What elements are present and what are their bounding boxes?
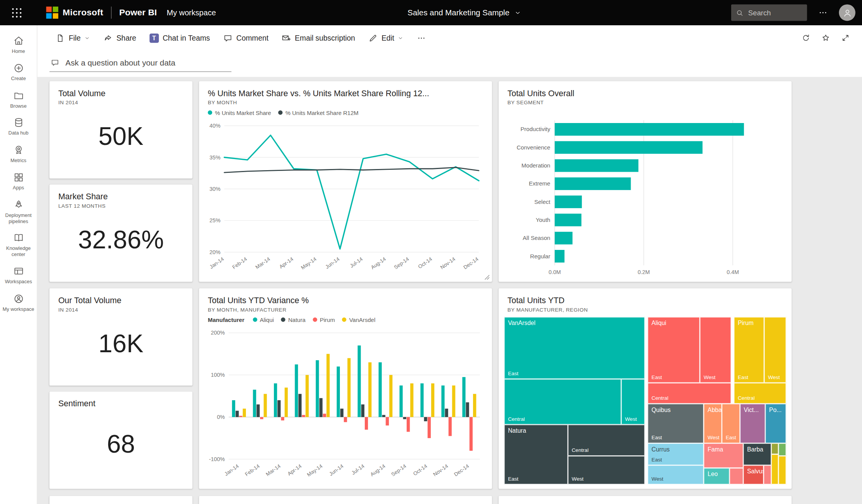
chart-legend: Manufacturer AliquiNaturaPirumVanArsdel xyxy=(208,316,376,323)
treemap-node-barba[interactable]: Barba xyxy=(743,443,771,465)
avatar[interactable] xyxy=(839,4,855,21)
treemap-node[interactable]: Central xyxy=(734,383,786,404)
search-box[interactable] xyxy=(731,4,807,21)
tile-resize-handle[interactable] xyxy=(485,275,490,280)
legend-item[interactable]: VanArsdel xyxy=(342,316,376,323)
tile-subtitle: BY SEGMENT xyxy=(508,99,783,105)
treemap-node[interactable] xyxy=(771,454,778,484)
treemap-region-label: East xyxy=(651,374,662,380)
product-name[interactable]: Power BI xyxy=(119,8,157,18)
search-input[interactable] xyxy=(747,8,803,17)
treemap-region-label: West xyxy=(708,434,720,440)
toolbar-edit-button[interactable]: Edit xyxy=(362,30,410,46)
tile-subtitle: BY MONTH, MANUFACTURER xyxy=(208,307,483,313)
treemap-node[interactable] xyxy=(778,456,786,484)
treemap-node-leo[interactable]: Leo xyxy=(704,468,730,484)
treemap-node-natura[interactable]: NaturaEast xyxy=(504,425,568,484)
legend-item[interactable]: Natura xyxy=(281,316,306,323)
expand-icon xyxy=(841,33,850,42)
topbar: Microsoft Power BI My workspace Sales an… xyxy=(0,0,862,25)
treemap-manufacturer-label: Pirum xyxy=(738,320,753,326)
tile-total-volume[interactable]: Total Volume IN 2014 50K xyxy=(49,81,193,179)
tile-our-total-volume[interactable]: Our Total Volume IN 2014 16K xyxy=(49,288,193,386)
treemap-node-pirum[interactable]: PirumEast xyxy=(734,317,764,383)
treemap-node[interactable] xyxy=(771,443,778,454)
sidebar-item-apps[interactable]: Apps xyxy=(1,167,36,195)
sidebar-item-my-workspace[interactable]: My workspace xyxy=(1,289,36,316)
legend-item[interactable]: Pirum xyxy=(313,316,335,323)
tile-title: Total Units Overall xyxy=(508,89,783,98)
treemap-manufacturer-label: Po... xyxy=(769,406,781,413)
sidebar-item-deployment-pipelines[interactable]: Deployment pipelines xyxy=(1,195,36,228)
dashboard-title-dropdown[interactable]: Sales and Marketing Sample xyxy=(407,8,521,17)
tile-sentiment[interactable]: Sentiment 68 xyxy=(49,392,193,489)
sidebar-item-home[interactable]: Home xyxy=(1,31,36,58)
svg-text:May-14: May-14 xyxy=(306,463,324,478)
treemap-node[interactable]: West xyxy=(621,379,645,425)
legend-item[interactable]: Aliqui xyxy=(253,316,274,323)
tile-market-share[interactable]: Market Share LAST 12 MONTHS 32.86% xyxy=(49,185,193,282)
toolbar-comment-button[interactable]: Comment xyxy=(217,30,275,46)
tile-market-share-chart[interactable]: % Units Market Share vs. % Units Market … xyxy=(199,81,492,282)
treemap-node[interactable]: West xyxy=(700,317,731,383)
topbar-more-button[interactable] xyxy=(814,4,832,21)
qna-input[interactable] xyxy=(64,57,231,67)
treemap-node-vanarsdel[interactable]: VanArsdelEast xyxy=(504,317,645,379)
sidebar-item-knowledge-center[interactable]: Knowledge center xyxy=(1,228,36,261)
tile-ytd-variance[interactable]: Total Units YTD Variance % BY MONTH, MAN… xyxy=(199,288,492,489)
tile-units-overall[interactable]: Total Units Overall BY SEGMENT 0.0M0.2M0… xyxy=(499,81,792,282)
toolbar-file-button[interactable]: File xyxy=(49,30,96,46)
treemap-node[interactable]: Central xyxy=(504,379,621,425)
treemap-region-label: East xyxy=(651,434,662,440)
toolbar-email-subscription-button[interactable]: Email subscription xyxy=(275,30,361,46)
workspace-name[interactable]: My workspace xyxy=(167,8,216,17)
treemap-node-vict[interactable]: Vict... xyxy=(740,404,765,443)
treemap-node-currus[interactable]: CurrusEast xyxy=(648,443,704,465)
toolbar-more-button[interactable] xyxy=(411,30,432,46)
treemap-node[interactable]: West xyxy=(568,456,645,484)
treemap-node[interactable]: West xyxy=(648,465,704,484)
toolbar-chat-in-teams-button[interactable]: TChat in Teams xyxy=(143,30,216,46)
sidebar-item-label: Create xyxy=(11,76,26,81)
toolbar-expand-button[interactable] xyxy=(837,29,854,47)
treemap-node[interactable]: Central xyxy=(568,425,645,456)
treemap-node[interactable]: Central xyxy=(648,383,731,404)
layers-icon xyxy=(13,266,24,277)
sidebar-item-workspaces[interactable]: Workspaces xyxy=(1,261,36,289)
treemap-node[interactable] xyxy=(730,468,743,484)
sidebar-item-create[interactable]: Create xyxy=(1,58,36,85)
bubble-icon xyxy=(51,58,59,67)
legend-item[interactable]: % Units Market Share xyxy=(208,109,271,116)
treemap-node-quibus[interactable]: QuibusEast xyxy=(648,404,704,443)
rocket-icon xyxy=(13,199,24,210)
treemap-node[interactable]: East xyxy=(722,404,740,443)
treemap-node-salvus[interactable]: Salvus xyxy=(743,465,763,484)
treemap-node-abbas[interactable]: AbbasWest xyxy=(704,404,722,443)
treemap-node[interactable] xyxy=(778,443,786,456)
toolbar-star-button[interactable] xyxy=(817,29,834,47)
qna-box[interactable] xyxy=(49,56,231,72)
toolbar-share-button[interactable]: Share xyxy=(97,30,142,46)
treemap-node[interactable] xyxy=(763,465,771,484)
treemap-node[interactable]: West xyxy=(764,317,786,383)
microsoft-brand[interactable]: Microsoft xyxy=(46,7,103,19)
waffle-menu-button[interactable] xyxy=(5,2,27,23)
legend-item[interactable]: % Units Market Share R12M xyxy=(278,109,358,116)
toolbar-item-label: File xyxy=(69,34,81,42)
treemap-node-fama[interactable]: Fama xyxy=(704,443,743,468)
tile-title: Total Units YTD xyxy=(508,296,783,305)
tile-title: Our Total Volume xyxy=(58,296,184,305)
treemap-manufacturer-label: Vict... xyxy=(744,406,759,413)
legend-dot-icon xyxy=(281,317,285,322)
sidebar-item-browse[interactable]: Browse xyxy=(1,85,36,113)
treemap-node-aliqui[interactable]: AliquiEast xyxy=(648,317,700,383)
tile-units-ytd[interactable]: Total Units YTD BY MANUFACTURER, REGION … xyxy=(499,288,792,489)
sidebar-item-metrics[interactable]: Metrics xyxy=(1,140,36,167)
treemap-node-po[interactable]: Po... xyxy=(765,404,786,443)
svg-text:0.4M: 0.4M xyxy=(727,269,739,275)
svg-text:0.2M: 0.2M xyxy=(638,269,650,275)
star-icon xyxy=(821,33,830,42)
tile-subtitle: IN 2014 xyxy=(58,307,184,313)
toolbar-refresh-button[interactable] xyxy=(797,29,815,47)
sidebar-item-data-hub[interactable]: Data hub xyxy=(1,113,36,140)
